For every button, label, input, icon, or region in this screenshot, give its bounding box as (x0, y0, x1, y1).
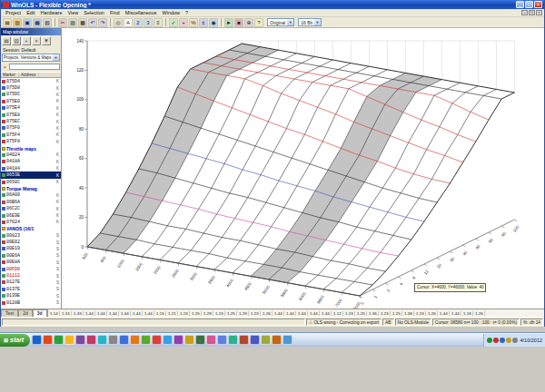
taskbar-app-icon-11[interactable] (152, 335, 162, 345)
taskbar-app-icon-14[interactable] (184, 335, 194, 345)
column-marker[interactable]: Marker (1, 73, 19, 77)
value-cell[interactable]: 1.44 (272, 311, 284, 316)
mdi-minimize-icon[interactable]: – (521, 10, 528, 15)
value-cell[interactable]: 1.44 (320, 311, 332, 316)
redo-icon[interactable]: ↷ (98, 18, 107, 27)
taskbar-app-icon-1[interactable] (43, 335, 53, 345)
tray-icon-0[interactable] (487, 338, 492, 343)
map-row[interactable]: 0418AK (1, 159, 61, 165)
value-cell[interactable]: 1.38 (402, 311, 414, 316)
copy-icon[interactable]: ▨ (68, 18, 77, 27)
delete-icon[interactable]: × (32, 36, 41, 45)
value-cell[interactable]: 1.44 (95, 311, 107, 316)
taskbar-app-icon-19[interactable] (239, 335, 249, 345)
mdi-restore-icon[interactable]: □ (529, 10, 535, 15)
chevron-down-icon[interactable]: ▼ (53, 54, 59, 61)
map-row[interactable]: 06E9EK (1, 212, 61, 219)
map-row[interactable]: 06C2CK (1, 205, 61, 211)
taskbar-app-icon-16[interactable] (206, 335, 216, 345)
menu-item-project[interactable]: Project (3, 10, 24, 15)
map-row[interactable]: 075D8K (1, 84, 61, 91)
taskbar-app-icon-4[interactable] (75, 335, 85, 345)
add-icon[interactable]: + (22, 36, 31, 45)
map-folder-row[interactable]: Torque Manag (1, 185, 61, 191)
value-cell[interactable]: 1.44 (119, 311, 131, 316)
checksum-icon[interactable]: ✓ (169, 18, 178, 27)
map-list-icon[interactable]: ≡ (154, 18, 163, 27)
minimize-icon[interactable]: _ (516, 1, 524, 8)
new-project-icon[interactable]: ▤ (3, 18, 12, 27)
taskbar-clock[interactable]: 4/10/2012 (519, 338, 542, 343)
map-row[interactable]: 00FD0S (1, 266, 61, 272)
value-cell[interactable]: 1.23 (379, 311, 391, 316)
value-cell[interactable]: 1.43 (72, 311, 84, 316)
map-folder-row[interactable]: Throttle maps (1, 145, 61, 152)
map-row[interactable]: 06A00K (1, 192, 61, 199)
help-icon[interactable]: ? (254, 18, 263, 27)
undo-icon[interactable]: ↶ (88, 18, 97, 27)
menu-item-view[interactable]: View (64, 10, 81, 15)
open-project-icon[interactable]: ▥ (13, 18, 22, 27)
value-cell[interactable]: 1.26 (473, 311, 485, 316)
map-row[interactable]: 00E02S (1, 239, 61, 245)
view-2d-icon[interactable]: 2 (134, 18, 143, 27)
map-row[interactable]: 04024K (1, 152, 61, 158)
column-address[interactable]: Address (19, 73, 39, 77)
stop-icon[interactable]: ■ (234, 18, 243, 27)
folder-icon[interactable]: ▤ (2, 36, 11, 45)
value-cell[interactable]: 1.36 (367, 311, 379, 316)
tray-icon-3[interactable] (506, 338, 511, 343)
value-cell[interactable]: 1.44 (107, 311, 119, 316)
percent-icon[interactable]: % (189, 18, 198, 27)
map-row[interactable]: 07024K (1, 219, 61, 225)
map-row[interactable]: 075F4K (1, 132, 61, 138)
value-cell[interactable]: 1.44 (131, 311, 143, 316)
map-row[interactable]: 0127ES (1, 279, 61, 286)
add-map-icon[interactable]: + (179, 18, 188, 27)
value-cell[interactable]: 1.23 (414, 311, 426, 316)
mdi-close-icon[interactable]: × (536, 10, 542, 15)
value-cell[interactable]: 1.12 (332, 311, 343, 316)
value-cell[interactable]: 1.44 (284, 311, 296, 316)
value-cell[interactable]: 1.25 (355, 311, 367, 316)
menu-item-find[interactable]: Find (107, 10, 123, 15)
map-row[interactable]: 00E8AS (1, 260, 61, 266)
value-cell[interactable]: 1.14 (48, 311, 60, 316)
taskbar-app-icon-20[interactable] (250, 335, 260, 345)
tray-icon-1[interactable] (493, 338, 499, 343)
run-icon[interactable]: ► (224, 18, 233, 27)
value-cell[interactable]: 1.29 (237, 311, 249, 316)
taskbar-app-icon-6[interactable] (97, 335, 107, 345)
value-cell[interactable]: 1.44 (308, 311, 320, 316)
taskbar-app-icon-18[interactable] (228, 335, 238, 345)
map-row[interactable]: 075F0K (1, 125, 61, 132)
value-cell[interactable]: 1.44 (84, 311, 95, 316)
value-cell[interactable]: 1.29 (202, 311, 213, 316)
value-cell[interactable]: 1.23 (343, 311, 355, 316)
compare-icon[interactable]: ± (199, 18, 208, 27)
menu-item-hardware[interactable]: Hardware (38, 10, 65, 15)
map-row[interactable]: 075E8K (1, 112, 61, 118)
view-tab-2d[interactable]: 2d (18, 309, 33, 317)
value-cell[interactable]: 1.21 (166, 311, 178, 316)
taskbar-app-icon-8[interactable] (119, 335, 129, 345)
value-cell[interactable]: 1.44 (450, 311, 461, 316)
taskbar-app-icon-5[interactable] (86, 335, 96, 345)
taskbar-app-icon-0[interactable] (32, 335, 42, 345)
map-row[interactable]: 0650CK (1, 179, 61, 185)
map-row[interactable]: 06B6AK (1, 199, 61, 205)
value-cell[interactable]: 1.25 (190, 311, 202, 316)
save-all-icon[interactable]: ▦ (33, 18, 42, 27)
value-cell[interactable]: 1.25 (225, 311, 237, 316)
map-row[interactable]: 075F8K (1, 139, 61, 145)
map-3d-view[interactable]: 5208001000150020002500300035004000450050… (62, 28, 544, 309)
view-3d-icon[interactable]: 3 (144, 18, 153, 27)
taskbar-app-icon-13[interactable] (173, 335, 183, 345)
view-mode-combo[interactable]: Projects, Versions & Maps (Ctrl+M) ▼ (2, 54, 60, 62)
value-cell[interactable]: 1.23 (178, 311, 190, 316)
toolbar-combo-1[interactable]: 16 Bit▼ (298, 18, 322, 26)
taskbar-app-icon-2[interactable] (54, 335, 64, 345)
taskbar-app-icon-23[interactable] (282, 335, 292, 345)
dropdown-icon[interactable]: ▼ (42, 36, 51, 45)
map-row[interactable]: 075ECK (1, 118, 61, 124)
